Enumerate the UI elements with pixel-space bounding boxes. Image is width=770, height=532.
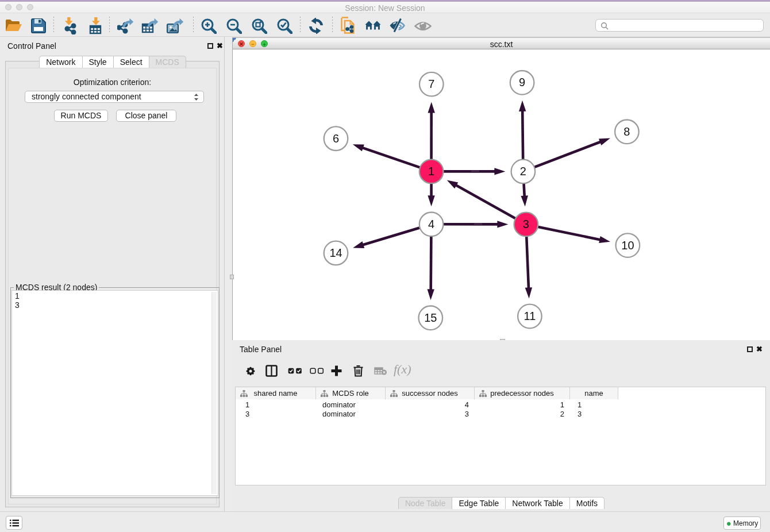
svg-text:9: 9 <box>519 76 525 88</box>
svg-text:4: 4 <box>428 218 434 230</box>
svg-text:6: 6 <box>333 132 339 145</box>
svg-text:7: 7 <box>428 78 434 90</box>
svg-text:11: 11 <box>524 310 536 322</box>
svg-text:10: 10 <box>621 239 634 252</box>
svg-text:14: 14 <box>329 246 342 259</box>
svg-text:15: 15 <box>424 311 437 324</box>
svg-text:8: 8 <box>623 125 630 138</box>
svg-text:1: 1 <box>428 165 434 178</box>
svg-text:3: 3 <box>523 218 529 230</box>
svg-text:2: 2 <box>520 165 526 178</box>
